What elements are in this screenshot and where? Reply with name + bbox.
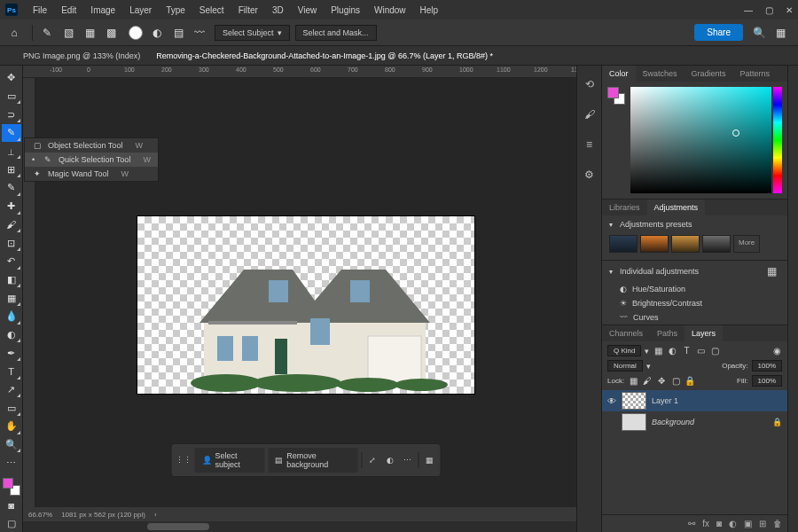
workspace-icon[interactable]: ▦ [771,24,789,42]
lock-position-icon[interactable]: ✥ [656,376,667,386]
ctx-remove-background-button[interactable]: ▤Remove background [268,448,357,473]
history-brush-tool-icon[interactable]: ↶ [2,253,21,270]
tab-gradients[interactable]: Gradients [685,66,733,82]
preset-thumb[interactable] [671,235,700,253]
tab-swatches[interactable]: Swatches [636,66,685,82]
zoom-tool-icon[interactable]: 🔍 [2,436,21,454]
scrollbar-horizontal[interactable] [23,521,576,532]
select-subject-button[interactable]: Select Subject▾ [215,25,290,41]
menu-image[interactable]: Image [84,3,121,18]
lock-all-icon[interactable]: 🔒 [685,376,695,386]
preset-thumb[interactable] [609,235,638,253]
tab-libraries[interactable]: Libraries [602,200,647,215]
frame-tool-icon[interactable]: ⊞ [2,160,21,178]
adj-hue-saturation[interactable]: ◐Hue/Saturation [602,282,787,296]
mode-subtract-icon[interactable]: ▩ [102,24,120,42]
menu-edit[interactable]: Edit [55,3,82,18]
tab-paths[interactable]: Paths [650,325,685,341]
doc-tab-2[interactable]: Removing-a-Checkered-Background-Attached… [156,51,493,60]
filter-shape-icon[interactable]: ▭ [695,346,706,356]
menu-help[interactable]: Help [414,3,445,18]
panel-color-swatch[interactable] [607,87,625,105]
type-tool-icon[interactable]: T [2,363,21,380]
layer-thumbnail[interactable] [622,392,646,410]
lock-artboard-icon[interactable]: ▢ [670,376,681,386]
layer-row[interactable]: 👁 Layer 1 [602,390,787,411]
menu-type[interactable]: Type [160,3,192,18]
filter-type-icon[interactable]: T [681,346,692,356]
lasso-tool-icon[interactable]: ⊃ [2,106,21,123]
ctx-select-subject-button[interactable]: 👤Select subject [195,448,265,473]
hand-tool-icon[interactable]: ✋ [2,418,21,435]
visibility-toggle-icon[interactable]: 👁 [607,396,616,406]
preset-thumb[interactable] [640,235,669,253]
layer-row[interactable]: Background 🔒 [602,411,787,433]
color-picker-field[interactable] [630,87,771,193]
tab-patterns[interactable]: Patterns [733,66,778,82]
filter-smart-icon[interactable]: ▢ [709,346,720,356]
more-presets-button[interactable]: More [733,235,760,253]
menu-select[interactable]: Select [193,3,231,18]
select-and-mask-button[interactable]: Select and Mask... [295,25,377,41]
enhance-edge-icon[interactable]: 〰 [191,24,208,42]
brushes-panel-icon[interactable]: 🖌 [582,106,598,122]
adjustments-panel-icon[interactable]: ⚙ [582,167,598,183]
transform-icon[interactable]: ⤢ [365,452,379,468]
lock-image-icon[interactable]: 🖌 [642,376,653,386]
properties-icon[interactable]: ▦ [423,452,437,468]
picker-cursor[interactable] [732,129,739,137]
search-icon[interactable]: 🔍 [750,24,768,42]
properties-panel-icon[interactable]: ≡ [582,137,598,153]
blend-mode-select[interactable]: Normal [607,360,643,372]
path-tool-icon[interactable]: ↗ [2,381,21,399]
edit-toolbar-icon[interactable]: ⋯ [2,454,21,472]
opacity-input[interactable]: 100% [752,360,782,372]
pen-tool-icon[interactable]: ✒ [2,344,21,362]
sample-all-icon[interactable]: ▤ [169,24,187,42]
document-canvas[interactable] [137,216,474,394]
menu-view[interactable]: View [292,3,324,18]
menu-file[interactable]: File [27,3,53,18]
preset-thumb[interactable] [702,235,731,253]
tab-channels[interactable]: Channels [602,325,650,341]
adjustments-presets-header[interactable]: Adjustments presets [602,215,787,233]
tab-layers[interactable]: Layers [685,325,723,341]
menu-3d[interactable]: 3D [266,3,290,18]
maximize-icon[interactable]: ▢ [765,5,773,15]
adj-curves[interactable]: 〰Curves [602,310,787,325]
scroll-thumb[interactable] [147,523,209,530]
minimize-icon[interactable]: — [744,5,753,15]
doc-tab-1[interactable]: PNG Image.png @ 133% (Index) [23,51,140,60]
chevron-right-icon[interactable]: › [154,511,157,519]
flyout-magic-wand[interactable]: ✦ Magic Wand Tool W [25,167,158,181]
new-layer-icon[interactable]: ⊞ [759,519,766,528]
adj-brightness-contrast[interactable]: ☀Brightness/Contrast [602,296,787,310]
tab-adjustments[interactable]: Adjustments [647,200,706,215]
mode-new-icon[interactable]: ▧ [59,24,77,42]
layer-style-icon[interactable]: fx [702,519,709,528]
crop-tool-icon[interactable]: ⟂ [2,143,21,160]
filter-adjust-icon[interactable]: ◐ [667,346,677,356]
blur-tool-icon[interactable]: 💧 [2,308,21,325]
drag-handle-icon[interactable]: ⋮⋮ [176,452,192,468]
individual-adjustments-header[interactable]: Individual adjustments ▦ [602,260,787,282]
zoom-level[interactable]: 66.67% [28,511,52,519]
color-swatches[interactable] [3,478,20,496]
ruler-horizontal[interactable]: -100010020030040050060070080090010001100… [23,66,576,78]
mode-add-icon[interactable]: ▦ [81,24,98,42]
lock-transparency-icon[interactable]: ▦ [628,376,638,386]
flyout-quick-selection[interactable]: • ✎ Quick Selection Tool W [25,153,158,167]
layer-mask-icon[interactable]: ◙ [716,519,722,528]
home-icon[interactable]: ⌂ [5,24,23,42]
screenmode-icon[interactable]: ▢ [2,515,21,533]
tool-preset-icon[interactable]: ✎ [38,24,56,42]
link-layers-icon[interactable]: ⚯ [688,519,695,528]
flyout-object-selection[interactable]: ▢ Object Selection Tool W [25,138,158,153]
delete-layer-icon[interactable]: 🗑 [773,519,782,528]
share-button[interactable]: Share [694,24,743,41]
brush-size-preview[interactable] [129,26,143,40]
doc-info[interactable]: 1081 px x 562 px (120 ppi) [61,511,145,519]
layer-thumbnail[interactable] [622,413,646,431]
adjustment-layer-icon[interactable]: ◐ [729,519,737,528]
fill-input[interactable]: 100% [752,375,782,387]
